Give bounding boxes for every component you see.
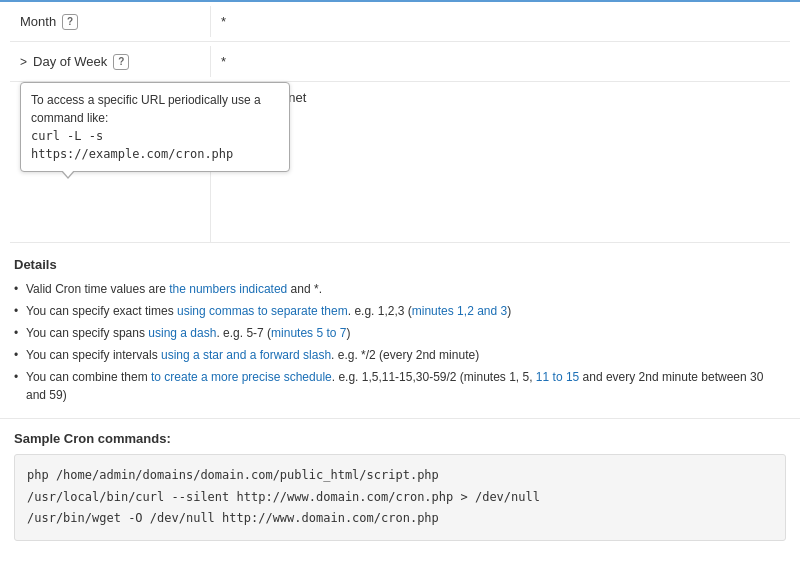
day-of-week-row: > Day of Week ? <box>10 42 790 82</box>
day-of-week-help-icon[interactable]: ? <box>113 54 129 70</box>
highlight: minutes 5 to 7 <box>271 326 346 340</box>
code-line-3: /usr/bin/wget -O /dev/null http://www.do… <box>27 508 773 530</box>
list-item: You can combine them to create a more pr… <box>14 368 786 404</box>
sample-title: Sample Cron commands: <box>14 431 786 446</box>
list-item: You can specify exact times using commas… <box>14 302 786 320</box>
day-of-week-input[interactable] <box>210 46 790 77</box>
day-of-week-input-area <box>210 42 790 81</box>
highlight: minutes 1,2 and 3 <box>412 304 507 318</box>
highlight: 11 to 15 <box>536 370 579 384</box>
tooltip-text: To access a specific URL periodically us… <box>31 93 261 125</box>
list-item: You can specify spans using a dash. e.g.… <box>14 324 786 342</box>
highlight: the numbers indicated <box>169 282 287 296</box>
code-line-1: php /home/admin/domains/domain.com/publi… <box>27 465 773 487</box>
month-label-text: Month <box>20 14 56 29</box>
details-title: Details <box>14 257 786 272</box>
list-item: Valid Cron time values are the numbers i… <box>14 280 786 298</box>
month-input-area <box>210 2 790 41</box>
highlight: to create a more precise schedule <box>151 370 332 384</box>
day-of-week-label-text: Day of Week <box>33 54 107 69</box>
sample-section: Sample Cron commands: php /home/admin/do… <box>0 419 800 553</box>
tooltip-arrow <box>61 171 75 179</box>
list-item: You can specify intervals using a star a… <box>14 346 786 364</box>
details-section: Details Valid Cron time values are the n… <box>0 243 800 419</box>
code-block: php /home/admin/domains/domain.com/publi… <box>14 454 786 541</box>
day-of-week-arrow: > <box>20 55 27 69</box>
command-row: To access a specific URL periodically us… <box>10 82 790 243</box>
details-list: Valid Cron time values are the numbers i… <box>14 280 786 404</box>
tooltip-box: To access a specific URL periodically us… <box>20 82 290 172</box>
month-row: Month ? <box>10 2 790 42</box>
code-line-2: /usr/local/bin/curl --silent http://www.… <box>27 487 773 509</box>
command-textarea[interactable]: /home/toolsnet <box>210 82 790 242</box>
month-label: Month ? <box>10 6 210 38</box>
month-help-icon[interactable]: ? <box>62 14 78 30</box>
highlight: using commas to separate them <box>177 304 348 318</box>
highlight: using a star and a forward slash <box>161 348 331 362</box>
month-input[interactable] <box>210 6 790 37</box>
day-of-week-label: > Day of Week ? <box>10 46 210 78</box>
highlight: using a dash <box>148 326 216 340</box>
tooltip-code: curl -L -s https://example.com/cron.php <box>31 129 233 161</box>
